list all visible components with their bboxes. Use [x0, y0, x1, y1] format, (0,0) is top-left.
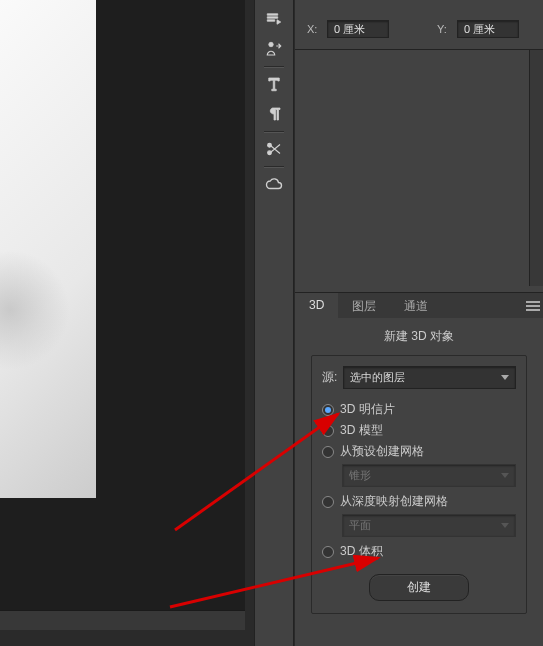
radio-3d-model[interactable]	[322, 425, 334, 437]
depth-preset-value: 平面	[349, 518, 371, 533]
svg-point-0	[269, 42, 274, 47]
y-input[interactable]	[457, 20, 519, 38]
source-select[interactable]: 选中的图层	[343, 366, 516, 389]
mesh-preset-value: 锥形	[349, 468, 371, 483]
type-icon[interactable]	[258, 71, 290, 97]
label-3d-postcard: 3D 明信片	[340, 401, 395, 418]
x-label: X:	[307, 23, 321, 35]
scissors-icon[interactable]	[258, 136, 290, 162]
panel-3d-body: 新建 3D 对象 源: 选中的图层 3D 明信片 3D 模型 从预设创建网格	[295, 318, 543, 614]
mesh-preset-select: 锥形	[342, 464, 516, 487]
chevron-down-icon	[501, 375, 509, 380]
label-3d-model: 3D 模型	[340, 422, 383, 439]
x-input[interactable]	[327, 20, 389, 38]
right-panel: X: Y: 3D 图层 通道 新建 3D 对象 源: 选中的图层 3D 明信片	[295, 0, 543, 646]
panel-scrollbar[interactable]	[529, 50, 543, 286]
panel-tabs: 3D 图层 通道	[295, 292, 543, 318]
label-3d-volume: 3D 体积	[340, 543, 383, 560]
tab-3d[interactable]: 3D	[295, 293, 338, 318]
create-button[interactable]: 创建	[369, 574, 469, 601]
source-value: 选中的图层	[350, 370, 405, 385]
depth-preset-select: 平面	[342, 514, 516, 537]
new-3d-group: 源: 选中的图层 3D 明信片 3D 模型 从预设创建网格 锥形	[311, 355, 527, 614]
y-label: Y:	[437, 23, 451, 35]
document-canvas[interactable]	[0, 0, 96, 498]
canvas-statusbar	[0, 610, 245, 630]
canvas-area	[0, 0, 245, 625]
tab-layers[interactable]: 图层	[338, 293, 390, 318]
label-mesh-preset: 从预设创建网格	[340, 443, 424, 460]
panel-menu-icon[interactable]	[523, 293, 543, 318]
chevron-down-icon	[501, 473, 509, 478]
cloud-icon[interactable]	[258, 171, 290, 197]
panel-3d-title: 新建 3D 对象	[311, 328, 527, 345]
radio-3d-postcard[interactable]	[322, 404, 334, 416]
source-label: 源:	[322, 369, 337, 386]
radio-depth-map[interactable]	[322, 496, 334, 508]
radio-mesh-preset[interactable]	[322, 446, 334, 458]
chevron-down-icon	[501, 523, 509, 528]
label-depth-map: 从深度映射创建网格	[340, 493, 448, 510]
tab-channels[interactable]: 通道	[390, 293, 442, 318]
vertical-toolbar	[254, 0, 294, 646]
properties-panel: X: Y:	[295, 0, 543, 50]
person-arrow-icon[interactable]	[258, 36, 290, 62]
radio-3d-volume[interactable]	[322, 546, 334, 558]
paragraph-flow-icon[interactable]	[258, 6, 290, 32]
pilcrow-icon[interactable]	[258, 101, 290, 127]
